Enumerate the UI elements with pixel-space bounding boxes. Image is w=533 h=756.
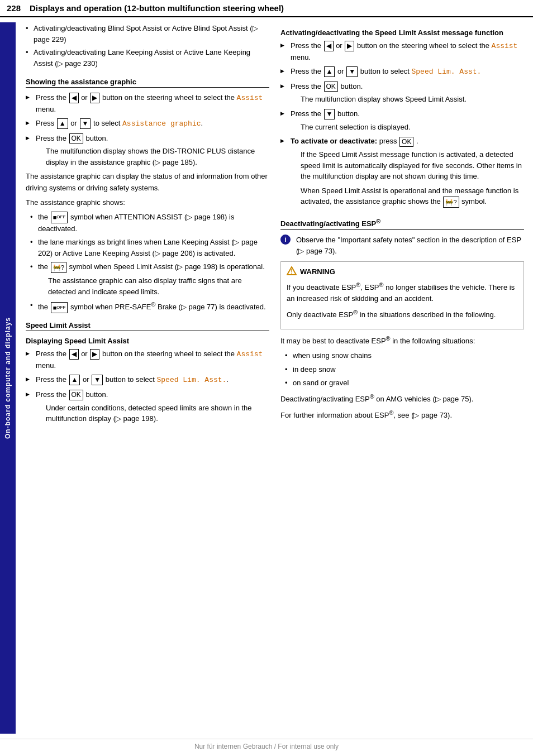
- left-column: Activating/deactivating Blind Spot Assis…: [26, 23, 269, 428]
- left-arrow-btn: ◀: [69, 93, 79, 103]
- list-item: Press the OK button. The multifunction d…: [280, 81, 524, 105]
- sidebar-label: On-board computer and displays: [4, 317, 12, 439]
- speed-limit-steps: Press the ◀ or ▶ button on the steering …: [26, 348, 269, 424]
- warning-label: WARNING: [300, 267, 335, 276]
- up-arrow-btn2: ▲: [69, 375, 80, 385]
- right-btn3: ▶: [345, 41, 354, 51]
- list-item: in deep snow: [285, 364, 524, 375]
- down-btn3: ▼: [346, 66, 358, 77]
- activating-speed-limit-steps: Press the ◀ or ▶ button on the steering …: [280, 40, 524, 208]
- sub-note: The assistance graphic can also display …: [48, 275, 269, 297]
- displaying-speed-limit-heading: Displaying Speed Limit Assist: [26, 337, 269, 345]
- list-item: Activating/deactivating Blind Spot Assis…: [26, 23, 269, 45]
- list-item: Press the ◀ or ▶ button on the steering …: [280, 40, 524, 63]
- left-arrow-btn2: ◀: [69, 349, 79, 360]
- list-item: the 🚧? symbol when Speed Limit Assist (▷…: [30, 261, 269, 297]
- assistance-para1: The assistance graphic can display the s…: [26, 171, 269, 193]
- showing-assistance-heading: Showing the assistance graphic: [26, 78, 269, 88]
- warning-text1: If you deactivate ESP®, ESP® no longer s…: [287, 280, 518, 305]
- esp-info-row: i Observe the "Important safety notes" s…: [280, 235, 524, 257]
- esp-para3: For further information about ESP®, see …: [280, 408, 524, 421]
- list-item: Press the ▲ or ▼ button to select Speed …: [280, 66, 524, 78]
- list-item: Press the ◀ or ▶ button on the steering …: [26, 92, 269, 114]
- right-arrow-btn: ▶: [90, 93, 99, 103]
- svg-text:!: !: [291, 269, 292, 275]
- list-item: when using snow chains: [285, 350, 524, 361]
- esp-info-text: Observe the "Important safety notes" sec…: [296, 235, 524, 257]
- list-item: Press the ▲ or ▼ button to select Speed …: [26, 374, 269, 386]
- up-arrow-btn: ▲: [57, 118, 68, 129]
- list-item: Press the ◀ or ▶ button on the steering …: [26, 348, 269, 371]
- left-btn3: ◀: [324, 41, 334, 51]
- warning-triangle-icon: !: [287, 266, 297, 277]
- esp-bullets: when using snow chains in deep snow on s…: [285, 350, 524, 389]
- activating-speed-limit-heading: Activating/deactivating the Speed Limit …: [280, 28, 524, 37]
- list-item: Activating/deactivating Lane Keeping Ass…: [26, 47, 269, 69]
- speed-lim-asst-menu2: Speed Lim. Asst.: [412, 68, 482, 76]
- down-btn4: ▼: [324, 109, 335, 119]
- esp-para2: Deactivating/activating ESP® on AMG vehi…: [280, 392, 524, 405]
- assist-menu3: Assist: [492, 42, 518, 50]
- right-arrow-btn2: ▶: [90, 349, 99, 360]
- step-note5: If the Speed Limit Assist message functi…: [301, 149, 524, 182]
- step-note: The multifunction display shows the DIS-…: [46, 146, 269, 168]
- assistance-sub-bullets: the ■OFF symbol when ATTENTION ASSIST (▷…: [30, 212, 269, 313]
- right-column: Activating/deactivating the Speed Limit …: [280, 23, 524, 428]
- speed-limit-note: Under certain conditions, detected speed…: [46, 403, 269, 424]
- main-content: Activating/deactivating Blind Spot Assis…: [17, 17, 533, 456]
- list-item: on sand or gravel: [285, 377, 524, 389]
- list-item: Press the OK button. The multifunction d…: [26, 133, 269, 168]
- page-header: 228 Displays and operation (12-button mu…: [0, 0, 533, 17]
- step-note6: When Speed Limit Assist is operational a…: [301, 185, 524, 208]
- sidebar: On-board computer and displays: [0, 22, 16, 734]
- list-item: Press the OK button. Under certain condi…: [26, 389, 269, 424]
- warning-box: ! WARNING If you deactivate ESP®, ESP® n…: [280, 261, 524, 329]
- esp-para1: It may be best to deactivate ESP® in the…: [280, 334, 524, 347]
- attention-symbol: ■OFF: [51, 212, 68, 223]
- page-footer: Nur für internen Gebrauch / For internal…: [0, 739, 533, 750]
- esp-heading: Deactivating/activating ESP®: [280, 218, 524, 229]
- speed-limit-heading: Speed Limit Assist: [26, 321, 269, 331]
- speed-sym2: 🚧?: [443, 197, 459, 208]
- page-number: 228: [7, 3, 21, 13]
- assistance-para2: The assistance graphic shows:: [26, 197, 269, 208]
- assist-menu2: Assist: [237, 350, 263, 358]
- down-arrow-btn2: ▼: [92, 375, 103, 385]
- warning-title: ! WARNING: [287, 266, 518, 277]
- top-bullet-list: Activating/deactivating Blind Spot Assis…: [26, 23, 269, 69]
- presafe-symbol: ■OFF: [51, 302, 68, 314]
- list-item: Press ▲ or ▼ to select Assistance graphi…: [26, 118, 269, 130]
- speed-lim-asst-menu: Speed Lim. Asst.: [157, 376, 227, 384]
- down-arrow-btn: ▼: [80, 118, 91, 129]
- assistance-steps: Press the ◀ or ▶ button on the steering …: [26, 92, 269, 168]
- header-title: Displays and operation (12-button multif…: [30, 3, 284, 13]
- step-note3: The multifunction display shows Speed Li…: [301, 94, 524, 105]
- list-item: the ■OFF symbol when PRE-SAFE® Brake (▷ …: [30, 300, 269, 313]
- info-icon: i: [280, 235, 291, 245]
- warning-text2: Only deactivate ESP® in the situations d…: [287, 308, 518, 320]
- assist-menu: Assist: [237, 94, 263, 102]
- list-item: the lane markings as bright lines when L…: [30, 237, 269, 259]
- footer-text: Nur für internen Gebrauch / For internal…: [194, 743, 339, 750]
- list-item: To activate or deactivate: press OK . If…: [280, 136, 524, 208]
- speed-limit-symbol: 🚧?: [51, 262, 66, 274]
- up-btn3: ▲: [324, 66, 335, 77]
- list-item: Press the ▼ button. The current selectio…: [280, 108, 524, 132]
- list-item: the ■OFF symbol when ATTENTION ASSIST (▷…: [30, 212, 269, 234]
- ok-btn3: OK: [324, 82, 338, 92]
- assistance-graphic-menu: Assistance graphic: [122, 119, 201, 128]
- step-note4: The current selection is displayed.: [301, 122, 524, 133]
- ok-btn: OK: [69, 133, 83, 144]
- activate-deactivate-bold: To activate or deactivate:: [291, 137, 377, 145]
- ok-btn2: OK: [69, 390, 83, 400]
- ok-btn4: OK: [399, 137, 413, 147]
